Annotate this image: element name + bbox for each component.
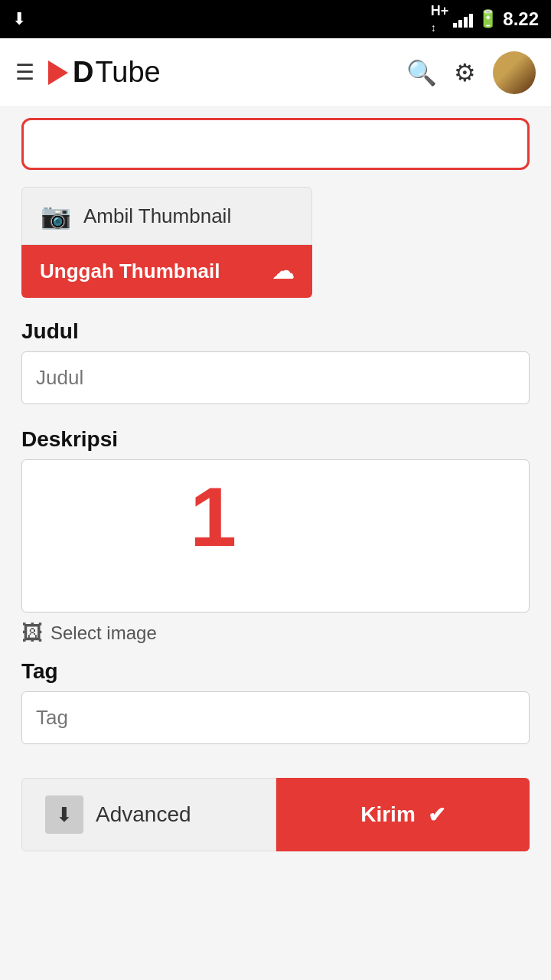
- description-input[interactable]: [21, 459, 530, 612]
- cloud-upload-icon: ☁: [272, 259, 294, 284]
- bottom-actions: ⬇ Advanced Kirim ✔: [21, 778, 530, 851]
- camera-thumbnail-button[interactable]: 📷 Ambil Thumbnail: [21, 187, 312, 245]
- upload-thumbnail-button[interactable]: Unggah Thumbnail ☁: [21, 245, 312, 298]
- advanced-button[interactable]: ⬇ Advanced: [21, 778, 276, 851]
- image-icon: 🖼: [21, 620, 43, 645]
- description-wrapper: 1: [21, 459, 530, 612]
- tag-input[interactable]: [21, 691, 530, 744]
- logo-triangle-icon: [48, 60, 68, 85]
- battery-icon: 🔋: [478, 9, 498, 29]
- navbar-left: ☰ D Tube: [15, 56, 161, 89]
- submit-button[interactable]: Kirim ✔: [276, 778, 530, 851]
- video-upload-box[interactable]: [21, 118, 530, 170]
- avatar-image: [493, 51, 536, 94]
- logo: D Tube: [48, 56, 161, 89]
- logo-d: D: [73, 56, 93, 89]
- title-label: Judul: [21, 319, 530, 344]
- status-bar: ⬇ H+↕ 🔋 8.22: [0, 0, 551, 38]
- camera-icon: 📷: [41, 201, 71, 230]
- status-bar-right: H+↕ 🔋 8.22: [431, 3, 539, 35]
- tag-field-group: Tag: [21, 659, 530, 761]
- hplus-icon: H+↕: [431, 3, 449, 35]
- download-status-icon: ⬇: [12, 9, 26, 29]
- tag-label: Tag: [21, 659, 530, 684]
- submit-label: Kirim: [360, 802, 416, 827]
- camera-button-label: Ambil Thumbnail: [83, 204, 231, 228]
- select-image-label: Select image: [51, 622, 157, 644]
- avatar[interactable]: [493, 51, 536, 94]
- logo-tube: Tube: [95, 56, 160, 89]
- upload-button-label: Unggah Thumbnail: [40, 260, 220, 283]
- navbar-right: 🔍 ⚙: [406, 51, 536, 94]
- checkmark-icon: ✔: [428, 802, 445, 828]
- clock: 8.22: [503, 8, 539, 30]
- main-content: 📷 Ambil Thumbnail Unggah Thumbnail ☁ Jud…: [0, 118, 551, 882]
- title-field-group: Judul: [21, 319, 530, 421]
- search-icon[interactable]: 🔍: [406, 58, 437, 87]
- thumbnail-section: 📷 Ambil Thumbnail Unggah Thumbnail ☁: [21, 187, 530, 298]
- download-icon: ⬇: [45, 795, 83, 834]
- description-field-group: Deskripsi 1: [21, 427, 530, 612]
- navbar: ☰ D Tube 🔍 ⚙: [0, 38, 551, 107]
- select-image-row[interactable]: 🖼 Select image: [21, 620, 530, 645]
- title-input[interactable]: [21, 351, 530, 404]
- status-bar-left: ⬇: [12, 9, 26, 29]
- hamburger-menu-icon[interactable]: ☰: [15, 60, 34, 85]
- signal-icon: [453, 11, 473, 28]
- description-label: Deskripsi: [21, 427, 530, 452]
- gear-icon[interactable]: ⚙: [454, 58, 476, 87]
- advanced-label: Advanced: [96, 802, 191, 827]
- arrow-down-icon: ⬇: [56, 803, 73, 827]
